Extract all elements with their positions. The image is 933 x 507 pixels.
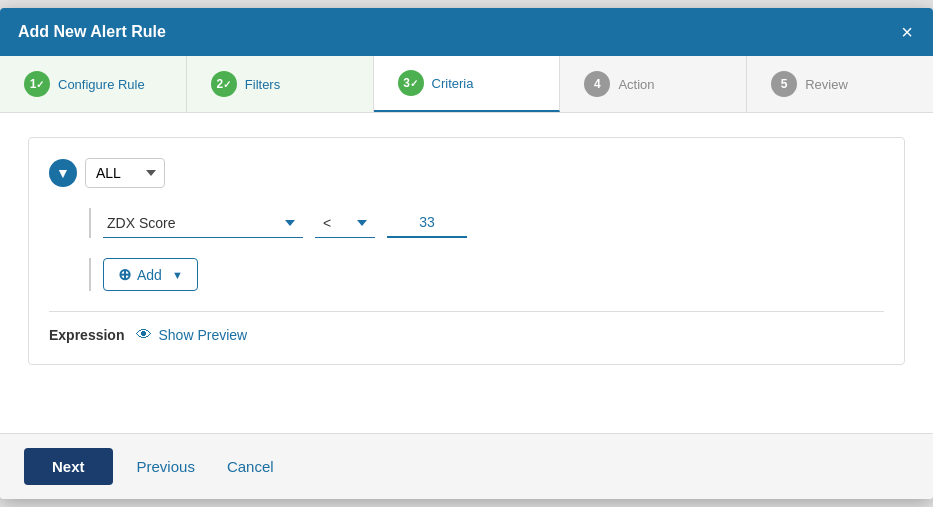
step-review[interactable]: 5 Review (747, 56, 933, 112)
expression-label: Expression (49, 327, 124, 343)
operator-select[interactable]: < > = ≤ ≥ (315, 209, 375, 238)
step-4-label: Action (618, 77, 654, 92)
eye-icon: 👁 (136, 326, 152, 344)
step-filters[interactable]: 2✓ Filters (187, 56, 374, 112)
modal-container: Add New Alert Rule × 1✓ Configure Rule 2… (0, 8, 933, 499)
divider (49, 311, 884, 312)
show-preview-label: Show Preview (158, 327, 247, 343)
previous-button[interactable]: Previous (129, 448, 203, 485)
value-input[interactable] (387, 208, 467, 238)
step-3-circle: 3✓ (398, 70, 424, 96)
step-2-circle: 2✓ (211, 71, 237, 97)
all-row: ▼ ALL ANY (49, 158, 884, 188)
criteria-container: ▼ ALL ANY ZDX Score < > = ≤ ≥ (28, 137, 905, 365)
field-select[interactable]: ZDX Score (103, 209, 303, 238)
step-action[interactable]: 4 Action (560, 56, 747, 112)
show-preview-button[interactable]: 👁 Show Preview (136, 326, 247, 344)
modal-header: Add New Alert Rule × (0, 8, 933, 56)
close-button[interactable]: × (899, 22, 915, 42)
step-4-circle: 4 (584, 71, 610, 97)
step-3-label: Criteria (432, 76, 474, 91)
all-select[interactable]: ALL ANY (85, 158, 165, 188)
cancel-button[interactable]: Cancel (219, 448, 282, 485)
step-configure-rule[interactable]: 1✓ Configure Rule (0, 56, 187, 112)
step-criteria[interactable]: 3✓ Criteria (374, 56, 561, 112)
step-1-circle: 1✓ (24, 71, 50, 97)
add-row: ⊕ Add ▼ (89, 258, 884, 291)
toggle-button[interactable]: ▼ (49, 159, 77, 187)
add-button[interactable]: ⊕ Add ▼ (103, 258, 198, 291)
modal-title: Add New Alert Rule (18, 23, 166, 41)
expression-row: Expression 👁 Show Preview (49, 326, 884, 344)
chevron-down-icon: ▼ (172, 269, 183, 281)
condition-row: ZDX Score < > = ≤ ≥ (89, 208, 884, 238)
step-5-circle: 5 (771, 71, 797, 97)
next-button[interactable]: Next (24, 448, 113, 485)
step-1-label: Configure Rule (58, 77, 145, 92)
add-button-label: Add (137, 267, 162, 283)
step-2-label: Filters (245, 77, 280, 92)
step-5-label: Review (805, 77, 848, 92)
modal-footer: Next Previous Cancel (0, 433, 933, 499)
plus-icon: ⊕ (118, 265, 131, 284)
steps-bar: 1✓ Configure Rule 2✓ Filters 3✓ Criteria… (0, 56, 933, 113)
modal-body: ▼ ALL ANY ZDX Score < > = ≤ ≥ (0, 113, 933, 433)
